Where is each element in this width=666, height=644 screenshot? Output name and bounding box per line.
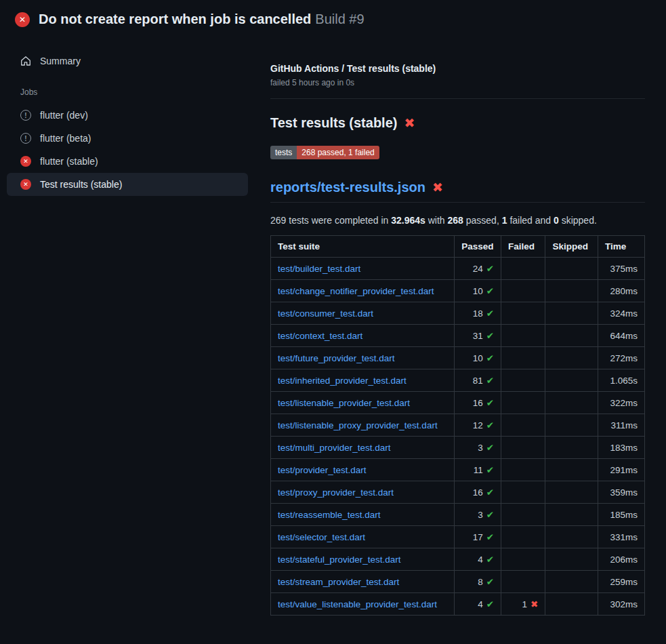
skipped-cell [545,526,598,548]
failed-cell: ✖ [501,347,545,369]
sidebar-item-flutter-stable[interactable]: ✕ flutter (stable) [7,150,248,173]
breadcrumb: GitHub Actions / Test results (stable) [270,63,645,74]
table-row: test/listenable_proxy_provider_test.dart… [271,414,645,437]
test-suite-link[interactable]: test/value_listenable_provider_test.dart [278,599,437,609]
test-suite-link[interactable]: test/listenable_provider_test.dart [278,398,410,408]
table-row: test/listenable_provider_test.dart 16✔ ✖… [271,392,645,414]
skipped-cell [545,280,598,302]
failed-cell: ✖ [501,325,545,347]
sidebar-item-flutter-dev[interactable]: ! flutter (dev) [7,104,248,127]
sidebar-item-summary[interactable]: Summary [7,49,248,73]
table-row: test/reassemble_test.dart 3✔ ✖ 185ms [271,504,645,526]
page-header: ✕ Do not create report when job is cance… [0,0,666,39]
x-icon: ✖ [530,599,538,609]
failed-cell: ✖ [501,481,545,504]
report-heading: reports/test-results.json ✖ [270,180,645,203]
test-suite-link[interactable]: test/inherited_provider_test.dart [278,376,407,386]
table-row: test/inherited_provider_test.dart 81✔ ✖ … [271,369,645,392]
test-suite-link[interactable]: test/consumer_test.dart [278,308,373,319]
passed-cell: 11✔ [455,459,501,481]
check-icon: ✔ [486,398,494,408]
failed-cell: ✖ [501,459,545,481]
jobs-heading: Jobs [20,87,248,97]
failed-cell: ✖ [501,258,545,280]
time-cell: 302ms [598,593,644,616]
failed-cell: ✖ [501,548,545,571]
skipped-cell [545,414,598,437]
check-icon: ✔ [486,331,494,341]
check-icon: ✔ [486,376,494,386]
summary-line: 269 tests were completed in 32.964s with… [270,215,645,226]
table-header-row: Test suite Passed Failed Skipped Time [271,236,645,258]
test-suite-link[interactable]: test/context_test.dart [278,331,362,341]
passed-cell: 12✔ [455,414,501,437]
test-suite-link[interactable]: test/multi_provider_test.dart [278,443,391,453]
skipped-cell [545,571,598,593]
time-cell: 206ms [598,548,644,571]
skipped-cell [545,593,598,616]
summary-duration: 32.964s [391,215,425,226]
skipped-cell [545,459,598,481]
sidebar-item-test-results-stable[interactable]: ✕ Test results (stable) [7,173,248,196]
test-suite-link[interactable]: test/future_provider_test.dart [278,353,395,363]
time-cell: 272ms [598,347,644,369]
sidebar: Summary Jobs ! flutter (dev) ! flutter (… [0,39,257,196]
test-suite-link[interactable]: test/reassemble_test.dart [278,510,381,520]
results-table: Test suite Passed Failed Skipped Time te… [270,235,645,616]
check-icon: ✔ [486,308,494,319]
divider [270,98,645,99]
home-icon [20,56,31,66]
failed-status-icon: ✕ [20,179,31,190]
report-file-link[interactable]: reports/test-results.json [270,180,425,195]
time-cell: 280ms [598,280,644,302]
badge-value: 268 passed, 1 failed [297,146,379,159]
test-suite-link[interactable]: test/selector_test.dart [278,532,365,542]
check-icon: ✔ [486,420,494,430]
summary-passed: 268 [448,215,463,226]
failed-cell: ✖ [501,392,545,414]
failed-status-icon: ✕ [20,156,31,167]
test-suite-link[interactable]: test/change_notifier_provider_test.dart [278,286,434,296]
test-suite-link[interactable]: test/builder_test.dart [278,264,360,274]
skipped-cell [545,481,598,504]
check-icon: ✔ [486,264,494,274]
sidebar-item-label: Summary [40,56,81,66]
failed-cell: ✖ [501,369,545,392]
passed-cell: 3✔ [455,437,501,459]
test-suite-link[interactable]: test/proxy_provider_test.dart [278,487,394,498]
time-cell: 331ms [598,526,644,548]
failed-x-icon: ✖ [432,181,443,194]
results-table-body: test/builder_test.dart 24✔ ✖ 375ms test/… [271,258,645,616]
check-icon: ✔ [486,577,494,587]
table-row: test/proxy_provider_test.dart 16✔ ✖ 359m… [271,481,645,504]
passed-cell: 16✔ [455,481,501,504]
passed-cell: 4✔ [455,593,501,616]
header-skipped: Skipped [545,236,598,258]
sidebar-item-flutter-beta[interactable]: ! flutter (beta) [7,127,248,150]
skipped-cell [545,369,598,392]
build-number: Build #9 [315,12,364,26]
passed-cell: 4✔ [455,548,501,571]
neutral-status-icon: ! [20,110,31,121]
check-icon: ✔ [486,353,494,363]
failed-cell: ✖ [501,280,545,302]
failed-cell: ✖ [501,437,545,459]
header-passed: Passed [455,236,501,258]
skipped-cell [545,302,598,325]
check-icon: ✔ [486,599,494,609]
test-suite-link[interactable]: test/provider_test.dart [278,465,367,475]
section-title: Test results (stable) ✖ [270,115,645,131]
test-suite-link[interactable]: test/stateful_provider_test.dart [278,555,401,565]
skipped-cell [545,504,598,526]
table-row: test/value_listenable_provider_test.dart… [271,593,645,616]
passed-cell: 10✔ [455,280,501,302]
failed-cell: ✖ [501,302,545,325]
sidebar-item-label: flutter (stable) [40,156,98,167]
test-suite-link[interactable]: test/listenable_proxy_provider_test.dart [278,420,438,430]
test-suite-link[interactable]: test/stream_provider_test.dart [278,577,399,587]
table-row: test/selector_test.dart 17✔ ✖ 331ms [271,526,645,548]
skipped-cell [545,258,598,280]
time-cell: 291ms [598,459,644,481]
run-meta: failed 5 hours ago in 0s [270,78,645,87]
time-cell: 644ms [598,325,644,347]
